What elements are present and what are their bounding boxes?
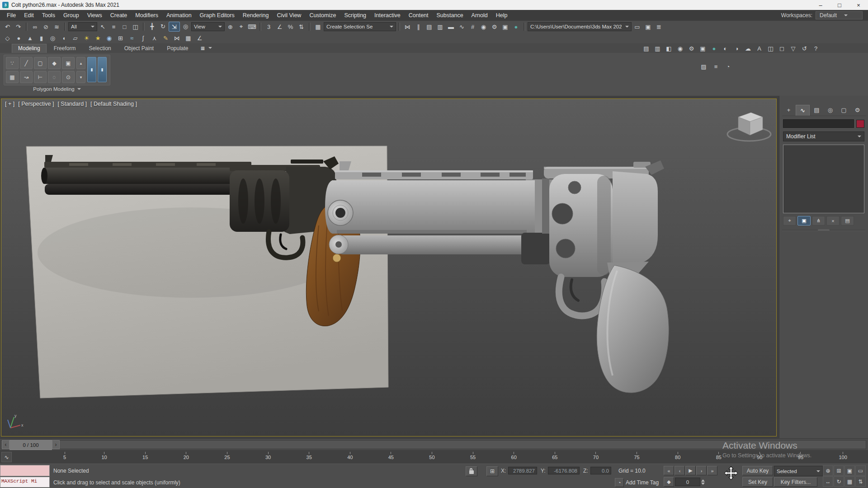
rendered-frame-window-icon[interactable]: ▣ [500, 22, 510, 31]
select-and-move-icon[interactable]: ╋ [147, 22, 157, 31]
time-slider[interactable]: ‹ 0 / 100 › [0, 438, 868, 450]
keyboard-override-icon[interactable]: ⌨ [247, 22, 257, 31]
biped-icon[interactable]: ⋏ [149, 33, 160, 42]
render-production-icon[interactable]: ● [511, 22, 521, 31]
y-coordinate-field[interactable]: -6176.808 [548, 467, 580, 474]
pivot-mode-icon[interactable]: ⊙ [62, 71, 75, 83]
polygon-icon[interactable]: ◇ [2, 33, 13, 42]
menu-item[interactable]: Create [106, 11, 132, 20]
menu-item[interactable]: Content [405, 11, 433, 20]
camera-icon[interactable]: ◉ [104, 33, 114, 42]
viewport-layout-icon[interactable]: ◫ [765, 44, 776, 53]
curve-editor-icon[interactable]: ∿ [457, 22, 467, 31]
go-to-start-icon[interactable]: « [664, 466, 674, 475]
collapse-stack-icon[interactable]: ▴ [76, 57, 85, 69]
make-unique-icon[interactable]: ⋔ [812, 216, 825, 225]
track-bar[interactable]: ∿ 5 10 15 20 25 30 35 40 45 50 [0, 450, 868, 464]
mini-curve-editor-button[interactable]: ∿ [1, 452, 12, 462]
rollout-divider[interactable] [782, 230, 865, 231]
select-and-manipulate-icon[interactable]: ⌖ [236, 22, 246, 31]
current-frame-field[interactable]: 0 [675, 478, 700, 486]
viewport-render-preset-menu[interactable]: [ Standard ] [57, 101, 87, 107]
expand-stack-icon[interactable]: ▾ [76, 71, 85, 83]
remove-modifier-icon[interactable]: × [826, 216, 840, 225]
autodesk-app-icon[interactable]: A [754, 44, 764, 53]
ribbon-tab-populate[interactable]: Populate [161, 44, 194, 53]
menu-item[interactable]: Graph Editors [196, 11, 239, 20]
minimize-button[interactable]: – [811, 0, 830, 10]
object-name-field[interactable] [783, 119, 854, 128]
time-slider-grip[interactable]: 0 / 100 [9, 440, 52, 450]
menu-item[interactable]: Group [59, 11, 83, 20]
select-object-icon[interactable]: ↖ [98, 22, 108, 31]
preserve-uvs-icon[interactable]: ▦ [6, 71, 19, 83]
configure-modifier-sets-icon[interactable]: ▤ [841, 216, 854, 225]
angle-snap-icon[interactable]: ∠ [274, 22, 285, 31]
project-path-combo[interactable]: C:\Users\User\Documents\3ds Max 2021 [528, 22, 632, 31]
vertex-mode-icon[interactable]: ∵ [6, 57, 19, 69]
menu-item[interactable]: File [3, 11, 20, 20]
edge-mode-icon[interactable]: ╱ [20, 57, 33, 69]
transform-gizmo-toggle[interactable]: ⊞ [486, 466, 498, 476]
workspace-selector[interactable]: Default [816, 11, 863, 19]
ribbon-tab-selection[interactable]: Selection [83, 44, 117, 53]
frame-spinner[interactable] [701, 479, 705, 485]
menu-item[interactable]: Arnold [467, 11, 492, 20]
measure-icon[interactable]: ∠ [194, 33, 205, 42]
project-options-icon[interactable]: ≣ [654, 22, 664, 31]
project-new-icon[interactable]: ▣ [643, 22, 653, 31]
spinner-snap-icon[interactable]: ⇅ [296, 22, 307, 31]
maximize-viewport-icon[interactable]: ▦ [844, 476, 855, 487]
sphere-icon[interactable]: ● [14, 33, 24, 42]
previous-frame-nudge-button[interactable]: ‹ [2, 440, 9, 449]
next-frame-icon[interactable]: › [696, 466, 707, 475]
bone-icon[interactable]: ∫ [138, 33, 148, 42]
mirror-geometry-icon[interactable]: ⋈ [172, 33, 182, 42]
bind-to-space-warp-icon[interactable]: ≋ [52, 22, 62, 31]
cylinder-icon[interactable]: ▮ [36, 33, 47, 42]
ribbon-toggle-icon[interactable]: ▬ [446, 22, 456, 31]
edge-constraint-icon[interactable]: ⊢ [34, 71, 47, 83]
menu-item[interactable]: Customize [305, 11, 340, 20]
pin-stack-toggle-icon[interactable]: ▮ [98, 57, 107, 82]
auto-key-button[interactable]: Auto Key [742, 466, 773, 475]
activeshade-icon[interactable]: ◑ [731, 44, 742, 53]
element-mode-icon[interactable]: ▣ [62, 57, 75, 69]
isolate-selection-icon[interactable]: ◻ [777, 44, 787, 53]
add-time-tag[interactable]: Add Time Tag [626, 479, 659, 486]
selection-region-icon[interactable]: □ [119, 22, 130, 31]
cone-icon[interactable]: ▲ [25, 33, 35, 42]
menu-item[interactable]: Animation [162, 11, 196, 20]
zoom-icon[interactable]: ⊕ [823, 465, 833, 476]
zoom-region-icon[interactable]: ▭ [855, 465, 866, 476]
scene-explorer-icon[interactable]: ▤ [641, 44, 651, 53]
set-key-button[interactable]: Set Key [742, 477, 773, 487]
display-filter-icon[interactable]: ▽ [788, 44, 798, 53]
preview-icon[interactable]: ▨ [698, 62, 709, 71]
render-iterative-icon[interactable]: ◐ [720, 44, 731, 53]
perspective-viewport[interactable]: x y [ + ][ Perspective ][ Standard ][ De… [1, 99, 777, 436]
border-mode-icon[interactable]: ▢ [34, 57, 47, 69]
select-and-place-icon[interactable]: ◎ [180, 22, 191, 31]
previous-frame-icon[interactable]: ‹ [675, 466, 685, 475]
torus-icon[interactable]: ◎ [47, 33, 58, 42]
project-folder-icon[interactable]: ▭ [632, 22, 642, 31]
select-and-scale-icon[interactable]: ⇲ [169, 22, 180, 32]
viewport-general-menu[interactable]: [ + ] [5, 101, 14, 107]
command-tab-hierarchy[interactable]: ▤ [810, 105, 823, 115]
undo-icon[interactable]: ↶ [2, 22, 13, 31]
command-tab-display[interactable]: ▢ [837, 105, 850, 115]
pin-stack-icon[interactable]: ⌖ [783, 216, 796, 225]
ribbon-tab-object-paint[interactable]: Object Paint [118, 44, 160, 53]
select-and-rotate-icon[interactable]: ↻ [158, 22, 168, 31]
align-icon[interactable]: ∥ [413, 22, 424, 31]
render-production-icon[interactable]: ● [709, 44, 719, 53]
helper-icon[interactable]: ⊞ [115, 33, 126, 42]
menu-item[interactable]: Civil View [273, 11, 305, 20]
polygon-mode-icon[interactable]: ◆ [48, 57, 61, 69]
pan-icon[interactable]: ↔ [823, 476, 833, 487]
redo-icon[interactable]: ↷ [13, 22, 24, 31]
zoom-all-icon[interactable]: ⊞ [834, 465, 844, 476]
menu-item[interactable]: Interactive [370, 11, 405, 20]
paint-deform-icon[interactable]: ✎ [160, 33, 171, 42]
